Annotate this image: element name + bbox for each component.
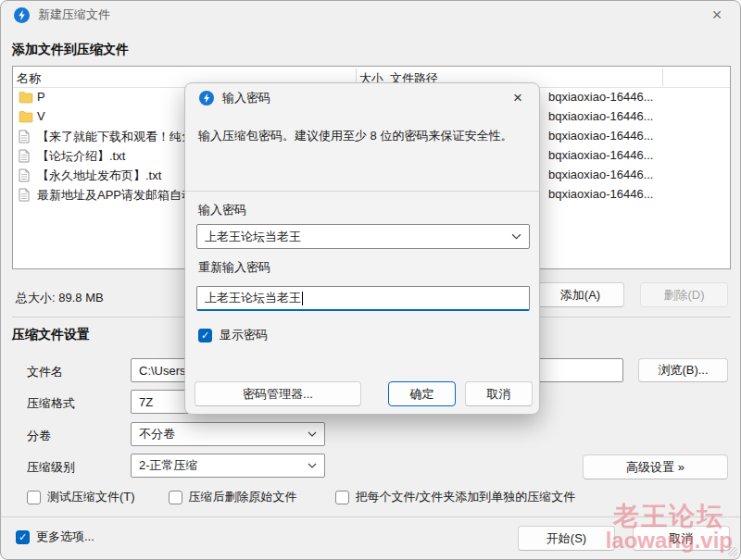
format-value: 7Z — [139, 395, 153, 409]
option-toggle[interactable]: 压缩后删除原始文件 — [169, 489, 297, 505]
password-input[interactable]: 上老王论坛当老王 — [196, 224, 530, 249]
dialog-close-icon[interactable]: × — [506, 86, 530, 110]
confirm-password-input[interactable]: 上老王论坛当老王 — [196, 286, 530, 311]
add-files-heading: 添加文件到压缩文件 — [12, 42, 129, 58]
file-path: bqxiaoxiao-16446... — [548, 129, 653, 143]
document-icon — [19, 168, 33, 181]
file-path: bqxiaoxiao-16446... — [548, 109, 653, 123]
new-archive-window: 新建压缩文件 × 添加文件到压缩文件 名称 大小 文件路径 Pbqxiaoxia… — [0, 0, 741, 560]
options-row: 测试压缩文件(T)压缩后删除原始文件把每个文件/文件夹添加到单独的压缩文件 — [27, 489, 575, 505]
cancel-button[interactable]: 取消 — [633, 526, 730, 551]
dialog-title-bar: 输入密码 × — [185, 83, 539, 113]
file-path: bqxiaoxiao-16446... — [548, 187, 653, 201]
dialog-divider — [185, 191, 539, 192]
settings-heading: 压缩文件设置 — [12, 327, 90, 343]
confirm-password-label: 重新输入密码 — [198, 259, 270, 276]
password-manager-button[interactable]: 密码管理器... — [195, 381, 361, 406]
file-name: 【来了就能下载和观看！纯免 — [37, 129, 194, 145]
delete-button: 删除(D) — [640, 282, 728, 307]
password-value: 上老王论坛当老王 — [205, 229, 301, 245]
show-password-toggle[interactable]: ✓ 显示密码 — [198, 327, 268, 343]
app-lightning-icon — [14, 7, 30, 23]
total-size-label: 总大小: 89.8 MB — [16, 290, 104, 306]
password-dialog: 输入密码 × 输入压缩包密码。建议使用至少 8 位的密码来保证安全性。 输入密码… — [184, 82, 540, 415]
folder-icon — [19, 110, 33, 123]
add-button[interactable]: 添加(A) — [536, 282, 624, 307]
divider — [1, 516, 741, 517]
show-password-label: 显示密码 — [220, 327, 268, 343]
option-toggle[interactable]: 把每个文件/文件夹添加到单独的压缩文件 — [335, 489, 576, 505]
more-options-checkbox[interactable]: ✓ — [16, 530, 30, 544]
file-path: bqxiaoxiao-16446... — [548, 168, 653, 181]
document-icon — [19, 130, 33, 143]
dialog-title: 输入密码 — [222, 90, 270, 106]
file-name: 最新地址及APP请发邮箱自动 — [37, 187, 194, 204]
title-bar: 新建压缩文件 × — [1, 1, 740, 29]
document-icon — [19, 149, 33, 162]
dialog-message: 输入压缩包密码。建议使用至少 8 位的密码来保证安全性。 — [198, 127, 528, 144]
text-caret — [302, 292, 303, 305]
app-lightning-icon — [199, 91, 214, 106]
level-select[interactable]: 2-正常压缩 — [131, 454, 325, 478]
advanced-settings-button[interactable]: 高级设置 » — [583, 454, 728, 479]
resize-grip[interactable] — [728, 547, 737, 556]
chevron-down-icon[interactable] — [511, 233, 521, 240]
dialog-cancel-button[interactable]: 取消 — [465, 381, 533, 406]
browse-button[interactable]: 浏览(B)... — [638, 358, 728, 382]
window-title: 新建压缩文件 — [38, 6, 110, 23]
option-checkbox[interactable] — [335, 491, 349, 504]
volume-select[interactable]: 不分卷 — [131, 422, 325, 446]
file-name: P — [37, 90, 45, 104]
more-options-label: 更多选项... — [36, 529, 94, 545]
level-label: 压缩级别 — [27, 459, 75, 476]
option-checkbox[interactable] — [169, 491, 182, 504]
ok-button[interactable]: 确定 — [388, 381, 456, 406]
filename-label: 文件名 — [27, 364, 63, 380]
option-label: 压缩后删除原始文件 — [189, 489, 297, 505]
filename-value: C:\Users — [139, 364, 186, 378]
file-path: bqxiaoxiao-16446... — [548, 90, 653, 104]
file-name: 【论坛介绍】.txt — [37, 148, 125, 165]
level-value: 2-正常压缩 — [139, 457, 198, 474]
file-name: 【永久地址发布页】.txt — [37, 168, 161, 184]
confirm-password-value: 上老王论坛当老王 — [205, 290, 301, 306]
folder-icon — [19, 91, 33, 104]
format-label: 压缩格式 — [27, 395, 75, 412]
column-name[interactable]: 名称 — [17, 70, 41, 87]
option-checkbox[interactable] — [27, 491, 41, 504]
password-label: 输入密码 — [198, 202, 246, 218]
chevron-down-icon — [308, 463, 317, 468]
document-icon — [19, 188, 33, 201]
file-path: bqxiaoxiao-16446... — [548, 148, 653, 162]
start-button[interactable]: 开始(S) — [518, 526, 615, 551]
more-options-toggle[interactable]: ✓ 更多选项... — [16, 529, 94, 545]
chevron-down-icon — [308, 431, 317, 437]
show-password-checkbox[interactable]: ✓ — [198, 329, 212, 342]
volume-value: 不分卷 — [139, 426, 175, 442]
volume-label: 分卷 — [27, 428, 51, 444]
column-separator[interactable] — [662, 68, 663, 86]
option-toggle[interactable]: 测试压缩文件(T) — [27, 489, 135, 505]
option-label: 把每个文件/文件夹添加到单独的压缩文件 — [356, 489, 576, 505]
option-label: 测试压缩文件(T) — [47, 489, 135, 505]
file-name: V — [37, 109, 45, 123]
window-close-icon[interactable]: × — [705, 3, 729, 27]
